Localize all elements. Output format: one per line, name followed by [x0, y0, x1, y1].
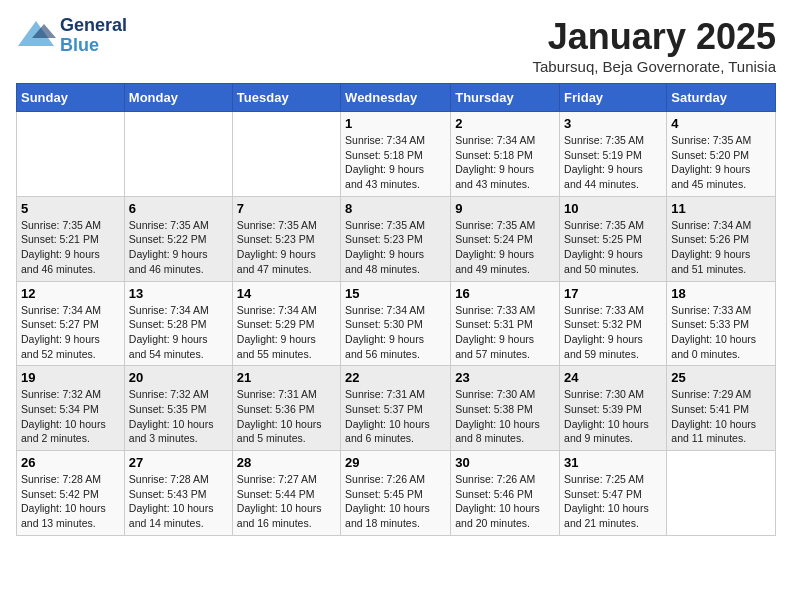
day-info: Sunrise: 7:27 AM Sunset: 5:44 PM Dayligh… — [237, 472, 336, 531]
day-info: Sunrise: 7:35 AM Sunset: 5:22 PM Dayligh… — [129, 218, 228, 277]
day-number: 19 — [21, 370, 120, 385]
day-number: 8 — [345, 201, 446, 216]
day-info: Sunrise: 7:35 AM Sunset: 5:23 PM Dayligh… — [237, 218, 336, 277]
day-info: Sunrise: 7:33 AM Sunset: 5:33 PM Dayligh… — [671, 303, 771, 362]
day-info: Sunrise: 7:34 AM Sunset: 5:27 PM Dayligh… — [21, 303, 120, 362]
calendar-cell: 4Sunrise: 7:35 AM Sunset: 5:20 PM Daylig… — [667, 112, 776, 197]
calendar-cell: 11Sunrise: 7:34 AM Sunset: 5:26 PM Dayli… — [667, 196, 776, 281]
col-monday: Monday — [124, 84, 232, 112]
calendar-week-4: 19Sunrise: 7:32 AM Sunset: 5:34 PM Dayli… — [17, 366, 776, 451]
day-info: Sunrise: 7:34 AM Sunset: 5:28 PM Dayligh… — [129, 303, 228, 362]
calendar-cell: 25Sunrise: 7:29 AM Sunset: 5:41 PM Dayli… — [667, 366, 776, 451]
col-saturday: Saturday — [667, 84, 776, 112]
calendar-cell: 21Sunrise: 7:31 AM Sunset: 5:36 PM Dayli… — [232, 366, 340, 451]
day-number: 22 — [345, 370, 446, 385]
logo-general: General — [60, 16, 127, 36]
calendar-cell: 31Sunrise: 7:25 AM Sunset: 5:47 PM Dayli… — [560, 451, 667, 536]
day-info: Sunrise: 7:31 AM Sunset: 5:36 PM Dayligh… — [237, 387, 336, 446]
day-info: Sunrise: 7:35 AM Sunset: 5:21 PM Dayligh… — [21, 218, 120, 277]
day-number: 11 — [671, 201, 771, 216]
calendar-cell — [232, 112, 340, 197]
calendar-cell: 29Sunrise: 7:26 AM Sunset: 5:45 PM Dayli… — [341, 451, 451, 536]
day-info: Sunrise: 7:30 AM Sunset: 5:39 PM Dayligh… — [564, 387, 662, 446]
day-number: 1 — [345, 116, 446, 131]
day-info: Sunrise: 7:26 AM Sunset: 5:45 PM Dayligh… — [345, 472, 446, 531]
day-info: Sunrise: 7:34 AM Sunset: 5:18 PM Dayligh… — [345, 133, 446, 192]
day-info: Sunrise: 7:35 AM Sunset: 5:25 PM Dayligh… — [564, 218, 662, 277]
calendar-cell: 28Sunrise: 7:27 AM Sunset: 5:44 PM Dayli… — [232, 451, 340, 536]
logo-text: General Blue — [60, 16, 127, 56]
location-subtitle: Tabursuq, Beja Governorate, Tunisia — [533, 58, 776, 75]
col-thursday: Thursday — [451, 84, 560, 112]
day-number: 27 — [129, 455, 228, 470]
calendar-cell: 20Sunrise: 7:32 AM Sunset: 5:35 PM Dayli… — [124, 366, 232, 451]
calendar-cell: 24Sunrise: 7:30 AM Sunset: 5:39 PM Dayli… — [560, 366, 667, 451]
day-number: 29 — [345, 455, 446, 470]
day-info: Sunrise: 7:35 AM Sunset: 5:24 PM Dayligh… — [455, 218, 555, 277]
day-number: 2 — [455, 116, 555, 131]
day-info: Sunrise: 7:35 AM Sunset: 5:19 PM Dayligh… — [564, 133, 662, 192]
day-number: 13 — [129, 286, 228, 301]
logo-icon — [16, 16, 56, 56]
day-info: Sunrise: 7:32 AM Sunset: 5:35 PM Dayligh… — [129, 387, 228, 446]
day-number: 25 — [671, 370, 771, 385]
title-block: January 2025 Tabursuq, Beja Governorate,… — [533, 16, 776, 75]
day-number: 26 — [21, 455, 120, 470]
calendar-cell: 23Sunrise: 7:30 AM Sunset: 5:38 PM Dayli… — [451, 366, 560, 451]
calendar-cell: 3Sunrise: 7:35 AM Sunset: 5:19 PM Daylig… — [560, 112, 667, 197]
calendar-table: Sunday Monday Tuesday Wednesday Thursday… — [16, 83, 776, 536]
day-number: 18 — [671, 286, 771, 301]
calendar-cell: 12Sunrise: 7:34 AM Sunset: 5:27 PM Dayli… — [17, 281, 125, 366]
day-number: 9 — [455, 201, 555, 216]
day-info: Sunrise: 7:35 AM Sunset: 5:23 PM Dayligh… — [345, 218, 446, 277]
calendar-cell: 1Sunrise: 7:34 AM Sunset: 5:18 PM Daylig… — [341, 112, 451, 197]
day-number: 6 — [129, 201, 228, 216]
calendar-cell — [124, 112, 232, 197]
day-info: Sunrise: 7:26 AM Sunset: 5:46 PM Dayligh… — [455, 472, 555, 531]
calendar-week-3: 12Sunrise: 7:34 AM Sunset: 5:27 PM Dayli… — [17, 281, 776, 366]
day-info: Sunrise: 7:32 AM Sunset: 5:34 PM Dayligh… — [21, 387, 120, 446]
day-info: Sunrise: 7:34 AM Sunset: 5:18 PM Dayligh… — [455, 133, 555, 192]
day-info: Sunrise: 7:34 AM Sunset: 5:29 PM Dayligh… — [237, 303, 336, 362]
day-number: 24 — [564, 370, 662, 385]
day-number: 28 — [237, 455, 336, 470]
logo-blue: Blue — [60, 36, 127, 56]
calendar-cell: 26Sunrise: 7:28 AM Sunset: 5:42 PM Dayli… — [17, 451, 125, 536]
day-info: Sunrise: 7:31 AM Sunset: 5:37 PM Dayligh… — [345, 387, 446, 446]
calendar-cell: 18Sunrise: 7:33 AM Sunset: 5:33 PM Dayli… — [667, 281, 776, 366]
day-info: Sunrise: 7:30 AM Sunset: 5:38 PM Dayligh… — [455, 387, 555, 446]
calendar-cell: 9Sunrise: 7:35 AM Sunset: 5:24 PM Daylig… — [451, 196, 560, 281]
calendar-cell — [17, 112, 125, 197]
calendar-header: Sunday Monday Tuesday Wednesday Thursday… — [17, 84, 776, 112]
calendar-cell: 5Sunrise: 7:35 AM Sunset: 5:21 PM Daylig… — [17, 196, 125, 281]
day-info: Sunrise: 7:33 AM Sunset: 5:31 PM Dayligh… — [455, 303, 555, 362]
day-number: 10 — [564, 201, 662, 216]
calendar-cell: 16Sunrise: 7:33 AM Sunset: 5:31 PM Dayli… — [451, 281, 560, 366]
calendar-cell: 15Sunrise: 7:34 AM Sunset: 5:30 PM Dayli… — [341, 281, 451, 366]
day-number: 4 — [671, 116, 771, 131]
day-number: 7 — [237, 201, 336, 216]
day-info: Sunrise: 7:33 AM Sunset: 5:32 PM Dayligh… — [564, 303, 662, 362]
col-tuesday: Tuesday — [232, 84, 340, 112]
calendar-cell: 7Sunrise: 7:35 AM Sunset: 5:23 PM Daylig… — [232, 196, 340, 281]
day-number: 21 — [237, 370, 336, 385]
calendar-week-1: 1Sunrise: 7:34 AM Sunset: 5:18 PM Daylig… — [17, 112, 776, 197]
calendar-cell: 8Sunrise: 7:35 AM Sunset: 5:23 PM Daylig… — [341, 196, 451, 281]
day-number: 31 — [564, 455, 662, 470]
col-friday: Friday — [560, 84, 667, 112]
day-number: 16 — [455, 286, 555, 301]
day-number: 14 — [237, 286, 336, 301]
day-info: Sunrise: 7:28 AM Sunset: 5:42 PM Dayligh… — [21, 472, 120, 531]
day-number: 5 — [21, 201, 120, 216]
day-info: Sunrise: 7:35 AM Sunset: 5:20 PM Dayligh… — [671, 133, 771, 192]
day-info: Sunrise: 7:28 AM Sunset: 5:43 PM Dayligh… — [129, 472, 228, 531]
calendar-week-5: 26Sunrise: 7:28 AM Sunset: 5:42 PM Dayli… — [17, 451, 776, 536]
calendar-week-2: 5Sunrise: 7:35 AM Sunset: 5:21 PM Daylig… — [17, 196, 776, 281]
day-number: 12 — [21, 286, 120, 301]
calendar-cell: 13Sunrise: 7:34 AM Sunset: 5:28 PM Dayli… — [124, 281, 232, 366]
header-row: Sunday Monday Tuesday Wednesday Thursday… — [17, 84, 776, 112]
page-header: General Blue January 2025 Tabursuq, Beja… — [16, 16, 776, 75]
col-sunday: Sunday — [17, 84, 125, 112]
calendar-cell: 30Sunrise: 7:26 AM Sunset: 5:46 PM Dayli… — [451, 451, 560, 536]
day-info: Sunrise: 7:29 AM Sunset: 5:41 PM Dayligh… — [671, 387, 771, 446]
